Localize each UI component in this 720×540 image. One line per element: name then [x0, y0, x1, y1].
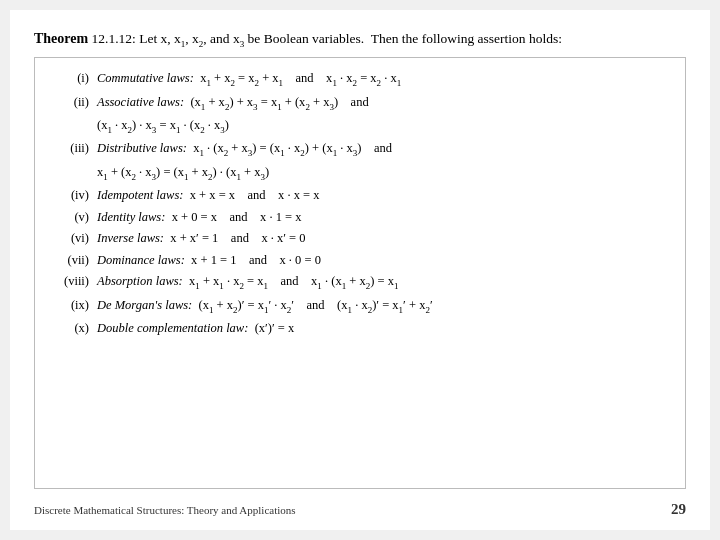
list-item: (ix) De Morgan's laws: (x1 + x2)′ = x1′ …	[51, 295, 669, 317]
item-num: (x)	[51, 318, 97, 339]
item-num: (v)	[51, 207, 97, 228]
item-text: Distributive laws: x1 · (x2 + x3) = (x1 …	[97, 138, 669, 160]
list-item: (i) Commutative laws: x1 + x2 = x2 + x1 …	[51, 68, 669, 90]
theorem-header: Theorem 12.1.12: Let x, x1, x2, and x3 b…	[34, 28, 686, 51]
item-text: Commutative laws: x1 + x2 = x2 + x1 and …	[97, 68, 669, 90]
item-text: Identity laws: x + 0 = x and x · 1 = x	[97, 207, 669, 228]
item-num: (vi)	[51, 228, 97, 249]
list-item: (vi) Inverse laws: x + x′ = 1 and x · x′…	[51, 228, 669, 249]
list-item: (viii) Absorption laws: x1 + x1 · x2 = x…	[51, 271, 669, 293]
footer-title: Discrete Mathematical Structures: Theory…	[34, 504, 296, 516]
list-item: (ii) Associative laws: (x1 + x2) + x3 = …	[51, 92, 669, 114]
list-item: (v) Identity laws: x + 0 = x and x · 1 =…	[51, 207, 669, 228]
item-text: Double complementation law: (x′)′ = x	[97, 318, 669, 339]
list-item-continuation: (x1 · x2) · x3 = x1 · (x2 · x3)	[51, 115, 669, 137]
item-text: Inverse laws: x + x′ = 1 and x · x′ = 0	[97, 228, 669, 249]
item-num: (iii)	[51, 138, 97, 159]
item-num: (iv)	[51, 185, 97, 206]
list-item-continuation: x1 + (x2 · x3) = (x1 + x2) · (x1 + x3)	[51, 162, 669, 184]
item-text: Dominance laws: x + 1 = 1 and x · 0 = 0	[97, 250, 669, 271]
list-item: (vii) Dominance laws: x + 1 = 1 and x · …	[51, 250, 669, 271]
theorem-number: 12.1.12:	[92, 31, 140, 46]
content-box: (i) Commutative laws: x1 + x2 = x2 + x1 …	[34, 57, 686, 489]
item-num: (vii)	[51, 250, 97, 271]
item-num: (ix)	[51, 295, 97, 316]
item-num: (viii)	[51, 271, 97, 292]
item-text: Idempotent laws: x + x = x and x · x = x	[97, 185, 669, 206]
item-text: Associative laws: (x1 + x2) + x3 = x1 + …	[97, 92, 669, 114]
page-number: 29	[671, 501, 686, 518]
theorem-label: Theorem	[34, 31, 88, 46]
item-num: (ii)	[51, 92, 97, 113]
page: Theorem 12.1.12: Let x, x1, x2, and x3 b…	[10, 10, 710, 530]
item-text: Absorption laws: x1 + x1 · x2 = x1 and x…	[97, 271, 669, 293]
item-num: (i)	[51, 68, 97, 89]
footer: Discrete Mathematical Structures: Theory…	[34, 497, 686, 518]
list-item: (x) Double complementation law: (x′)′ = …	[51, 318, 669, 339]
list-item: (iii) Distributive laws: x1 · (x2 + x3) …	[51, 138, 669, 160]
item-text: De Morgan's laws: (x1 + x2)′ = x1′ · x2′…	[97, 295, 669, 317]
list-item: (iv) Idempotent laws: x + x = x and x · …	[51, 185, 669, 206]
theorem-intro: Let x, x1, x2, and x3 be Boolean variabl…	[139, 31, 562, 46]
